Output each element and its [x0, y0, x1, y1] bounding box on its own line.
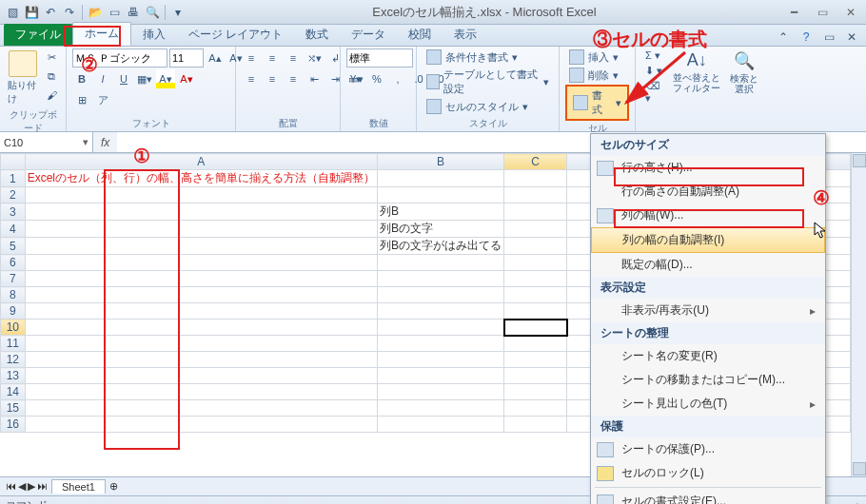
copy-icon[interactable]: ⧉: [43, 68, 60, 85]
format-as-table-button[interactable]: テーブルとして書式設定▾: [423, 67, 553, 97]
minimize-icon[interactable]: ━: [782, 4, 805, 21]
tab-nav-next-icon[interactable]: ▶: [28, 480, 35, 493]
currency-icon[interactable]: ¥▾: [346, 69, 365, 88]
cell-A11[interactable]: [25, 336, 377, 352]
cell-C16[interactable]: [504, 417, 567, 433]
row-header-13[interactable]: 13: [1, 368, 26, 384]
zoom-in-icon[interactable]: +: [855, 500, 860, 505]
row-header-10[interactable]: 10: [1, 320, 26, 336]
align-top-icon[interactable]: ≡: [242, 48, 261, 68]
tab-home[interactable]: ホーム: [72, 22, 131, 46]
col-header-B[interactable]: B: [377, 154, 503, 170]
menu-col-width[interactable]: 列の幅(W)...: [591, 204, 825, 227]
cell-C7[interactable]: [504, 271, 567, 287]
increase-font-icon[interactable]: A▴: [206, 48, 225, 68]
borders-btn[interactable]: ⊞: [72, 90, 91, 109]
new-sheet-icon[interactable]: ⊕: [109, 480, 118, 493]
comma-icon[interactable]: ,: [388, 69, 407, 88]
tab-formulas[interactable]: 数式: [294, 24, 340, 46]
help-icon[interactable]: ?: [797, 29, 815, 46]
open-icon[interactable]: 📂: [87, 4, 104, 21]
cell-A8[interactable]: [25, 287, 377, 303]
new-icon[interactable]: ▭: [106, 4, 123, 21]
cell-C9[interactable]: [504, 303, 567, 320]
cell-C3[interactable]: [504, 204, 567, 221]
font-family-select[interactable]: [72, 48, 167, 68]
menu-protect-sheet[interactable]: シートの保護(P)...: [591, 437, 825, 461]
cell-C4[interactable]: [504, 221, 567, 238]
border-icon[interactable]: ▦▾: [135, 69, 154, 88]
align-bottom-icon[interactable]: ≡: [284, 48, 303, 68]
cell-C5[interactable]: [504, 238, 567, 255]
cell-A9[interactable]: [25, 303, 377, 320]
scroll-down-icon[interactable]: [853, 462, 866, 475]
name-box-dropdown-icon[interactable]: ▾: [83, 136, 89, 148]
tab-review[interactable]: 校閲: [397, 24, 443, 46]
cell-C8[interactable]: [504, 287, 567, 303]
row-header-1[interactable]: 1: [1, 170, 26, 187]
orientation-icon[interactable]: ⤭▾: [305, 48, 324, 68]
font-color-icon[interactable]: A▾: [177, 69, 196, 88]
ribbon-minimize-icon[interactable]: ⌃: [775, 29, 792, 46]
find-select-button[interactable]: 🔍 検索と 選択: [725, 48, 763, 96]
fx-label[interactable]: fx: [93, 136, 117, 149]
cell-B11[interactable]: [377, 336, 503, 352]
tab-data[interactable]: データ: [340, 24, 397, 46]
menu-row-autofit[interactable]: 行の高さの自動調整(A): [591, 180, 825, 204]
row-header-4[interactable]: 4: [1, 221, 26, 238]
menu-lock-cell[interactable]: セルのロック(L): [591, 461, 825, 485]
undo-icon[interactable]: ↶: [42, 4, 59, 21]
print-icon[interactable]: 🖶: [125, 4, 142, 21]
cell-A16[interactable]: [25, 417, 377, 433]
close-icon[interactable]: ✕: [839, 4, 862, 21]
cell-A13[interactable]: [25, 368, 377, 384]
cell-B13[interactable]: [377, 368, 503, 384]
menu-hide-unhide[interactable]: 非表示/再表示(U)▸: [591, 299, 825, 322]
delete-cells-button[interactable]: 削除▾: [565, 67, 629, 84]
percent-icon[interactable]: %: [367, 69, 386, 88]
indent-dec-icon[interactable]: ⇤: [305, 69, 324, 88]
sheet-tab[interactable]: Sheet1: [51, 479, 106, 494]
row-header-3[interactable]: 3: [1, 204, 26, 221]
row-header-5[interactable]: 5: [1, 238, 26, 255]
cell-C1[interactable]: [504, 170, 567, 187]
autosum-button[interactable]: Σ ▾: [641, 48, 668, 63]
cell-B7[interactable]: [377, 271, 503, 287]
tab-view[interactable]: 表示: [443, 24, 488, 46]
row-header-8[interactable]: 8: [1, 287, 26, 303]
format-painter-icon[interactable]: 🖌: [43, 87, 60, 104]
cell-B2[interactable]: [377, 187, 503, 204]
align-right-icon[interactable]: ≡: [284, 69, 303, 88]
bold-button[interactable]: B: [72, 69, 91, 88]
underline-button[interactable]: U: [114, 69, 133, 88]
row-header-11[interactable]: 11: [1, 336, 26, 352]
cell-B4[interactable]: 列Bの文字: [377, 221, 503, 238]
number-format-select[interactable]: [346, 48, 413, 68]
cell-styles-button[interactable]: セルのスタイル▾: [423, 98, 553, 115]
clear-button[interactable]: ⌫ ▾: [641, 79, 668, 106]
menu-rename-sheet[interactable]: シート名の変更(R): [591, 344, 825, 368]
menu-tab-color[interactable]: シート見出しの色(T)▸: [591, 392, 825, 416]
cell-C6[interactable]: [504, 255, 567, 271]
insert-cells-button[interactable]: 挿入▾: [565, 48, 629, 66]
cell-C12[interactable]: [504, 352, 567, 368]
cell-A5[interactable]: [25, 238, 377, 255]
cell-B9[interactable]: [377, 303, 503, 320]
cell-A6[interactable]: [25, 255, 377, 271]
row-header-16[interactable]: 16: [1, 417, 26, 433]
menu-col-autofit[interactable]: 列の幅の自動調整(I): [591, 227, 825, 253]
cell-C2[interactable]: [504, 187, 567, 204]
cell-B12[interactable]: [377, 352, 503, 368]
cut-icon[interactable]: ✂: [43, 48, 60, 66]
align-left-icon[interactable]: ≡: [242, 69, 261, 88]
fill-color-icon[interactable]: A▾: [156, 69, 175, 88]
cell-C15[interactable]: [504, 400, 567, 417]
cell-B6[interactable]: [377, 255, 503, 271]
cell-C11[interactable]: [504, 336, 567, 352]
cell-A3[interactable]: [25, 204, 377, 221]
menu-row-height[interactable]: 行の高さ(H)...: [591, 156, 825, 180]
cell-A15[interactable]: [25, 400, 377, 417]
name-box[interactable]: C10 ▾: [0, 132, 93, 152]
cell-A1[interactable]: Excelのセル（列、行）の幅、高さを簡単に揃える方法（自動調整）: [25, 170, 377, 187]
paste-button[interactable]: 貼り付け: [6, 48, 39, 107]
